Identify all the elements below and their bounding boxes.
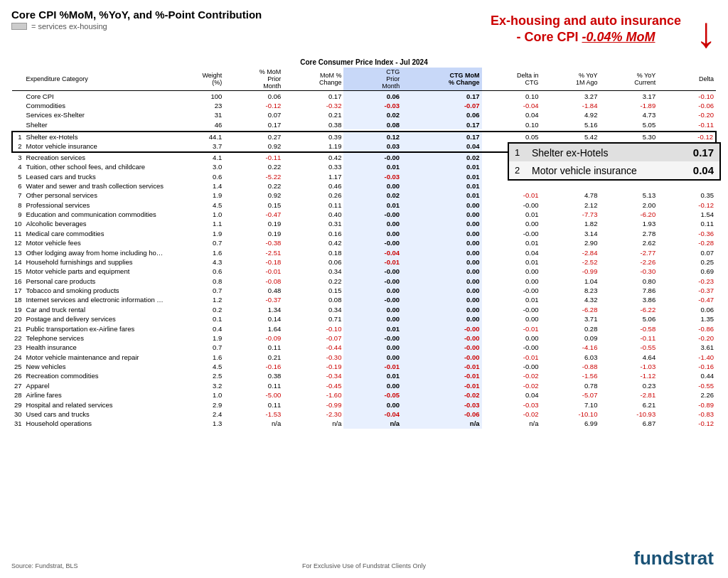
row-delta: 0.04 [482, 390, 541, 400]
row-yoy-delta: -0.12 [658, 419, 716, 428]
table-row: 7 Other personal services 1.9 0.92 0.26 … [12, 191, 716, 200]
row-mom-prior: 1.64 [224, 323, 283, 333]
row-weight: 0.6 [166, 171, 225, 181]
row-number: 1 [12, 132, 24, 141]
row-yoy-delta: 3.61 [658, 343, 716, 352]
row-delta: -0.00 [482, 286, 541, 295]
row-yoy-1m: 0.09 [540, 333, 599, 343]
row-ctg-mom: -0.03 [402, 400, 481, 409]
row-weight: 1.6 [166, 247, 225, 257]
row-mom-prior: -0.38 [224, 238, 283, 247]
row-number: 19 [12, 305, 24, 314]
row-yoy-current: 6.21 [599, 400, 658, 409]
highlight-row2-num: 2 [509, 161, 526, 179]
row-mom-prior: -0.09 [224, 333, 283, 343]
row-yoy-delta: -0.23 [658, 277, 716, 286]
row-mom-prior: 0.14 [224, 314, 283, 323]
row-weight: 3.0 [166, 162, 225, 171]
row-number: 5 [12, 171, 24, 181]
row-yoy-current: -1.03 [599, 362, 658, 371]
row-mom-change: -1.60 [283, 390, 343, 400]
row-mom-change: 0.40 [283, 210, 343, 219]
row-ctg-prior: 0.00 [343, 353, 402, 362]
row-ctg-mom: 0.00 [402, 295, 481, 304]
row-name: Recreation commodities [24, 371, 166, 380]
row-mom-prior: 0.21 [224, 353, 283, 362]
table-row: 10 Alcoholic beverages 1.1 0.19 0.31 0.0… [12, 219, 716, 228]
table-row: 31 Household operations 1.3 n/a n/a n/a … [12, 419, 716, 428]
table-title: Core Consumer Price Index - Jul 2024 [11, 58, 717, 66]
row-ctg-prior: -0.00 [343, 333, 402, 343]
highlight-row1-num: 1 [509, 144, 526, 161]
row-mom-change: 0.38 [283, 120, 343, 129]
row-weight: 0.6 [166, 267, 225, 276]
row-weight: 1.0 [166, 390, 225, 400]
row-num [12, 110, 24, 119]
row-number: 25 [12, 362, 24, 371]
row-mom-prior: 0.38 [224, 371, 283, 380]
row-delta: -0.03 [482, 400, 541, 409]
row-weight: 1.3 [166, 419, 225, 428]
row-delta: -0.00 [482, 229, 541, 238]
row-yoy-delta: -0.10 [658, 91, 716, 101]
row-number: 27 [12, 381, 24, 390]
row-delta: 0.10 [482, 91, 541, 101]
row-yoy-1m: 3.27 [540, 91, 599, 101]
row-yoy-1m: 0.78 [540, 381, 599, 390]
highlight-row2-name: Motor vehicle insurance [526, 161, 677, 179]
row-number: 8 [12, 200, 24, 210]
row-mom-change: 0.42 [283, 152, 343, 162]
row-ctg-prior: 0.00 [343, 305, 402, 314]
row-delta: 0.01 [482, 210, 541, 219]
row-ctg-prior: 0.00 [343, 381, 402, 390]
table-row: 6 Water and sewer and trash collection s… [12, 181, 716, 191]
table-row: 14 Household furnishings and supplies 4.… [12, 257, 716, 267]
row-yoy-1m: 8.23 [540, 286, 599, 295]
row-delta: -0.02 [482, 381, 541, 390]
row-yoy-1m [540, 181, 599, 191]
row-ctg-mom: 0.17 [402, 132, 481, 141]
col-delta: Delta [658, 68, 716, 91]
row-name: Hospital and related services [24, 400, 166, 409]
row-yoy-current: 3.17 [599, 91, 658, 101]
row-mom-prior: -5.22 [224, 171, 283, 181]
row-ctg-prior: 0.03 [343, 141, 402, 151]
row-name: Medical care commodities [24, 229, 166, 238]
row-mom-change: 0.39 [283, 132, 343, 141]
row-weight: 1.4 [166, 181, 225, 191]
row-yoy-current: -2.77 [599, 247, 658, 257]
row-number: 22 [12, 333, 24, 343]
col-delta-ctg: Delta inCTG [482, 68, 541, 91]
annotation-line1: Ex-housing and auto insurance [491, 13, 681, 29]
row-ctg-mom: -0.07 [402, 101, 481, 110]
row-mom-prior: n/a [224, 419, 283, 428]
page-title: Core CPI %MoM, %YoY, and %-Point Contrib… [11, 9, 483, 21]
row-yoy-delta: -0.20 [658, 333, 716, 343]
row-delta: -0.00 [482, 305, 541, 314]
row-yoy-1m: 0.28 [540, 323, 599, 333]
row-number: 3 [12, 152, 24, 162]
row-ctg-mom: 0.17 [402, 120, 481, 129]
row-mom-change: 0.17 [283, 91, 343, 101]
row-mom-prior: -0.11 [224, 152, 283, 162]
row-ctg-prior: 0.00 [343, 181, 402, 191]
row-yoy-delta: -0.37 [658, 286, 716, 295]
row-ctg-mom: 0.00 [402, 286, 481, 295]
row-yoy-1m: 2.90 [540, 238, 599, 247]
row-name: Commodities [24, 101, 166, 110]
row-mom-change: 0.46 [283, 181, 343, 191]
row-yoy-current: 2.00 [599, 200, 658, 210]
table-row: 8 Professional services 4.5 0.15 0.11 0.… [12, 200, 716, 210]
row-yoy-delta: 0.07 [658, 247, 716, 257]
row-number: 12 [12, 238, 24, 247]
subtitle: = services ex-housing [11, 22, 483, 31]
row-ctg-mom: -0.00 [402, 343, 481, 352]
fundstrat-logo: fundstrat [633, 547, 714, 569]
col-yoy-current: % YoYCurrent [599, 68, 658, 91]
row-ctg-mom: 0.01 [402, 181, 481, 191]
table-row: 9 Education and communication commoditie… [12, 210, 716, 219]
row-name: Motor vehicle parts and equipment [24, 267, 166, 276]
row-mom-prior: 0.19 [224, 219, 283, 228]
highlight-row1-name: Shelter ex-Hotels [526, 144, 677, 161]
row-yoy-delta: 0.69 [658, 267, 716, 276]
